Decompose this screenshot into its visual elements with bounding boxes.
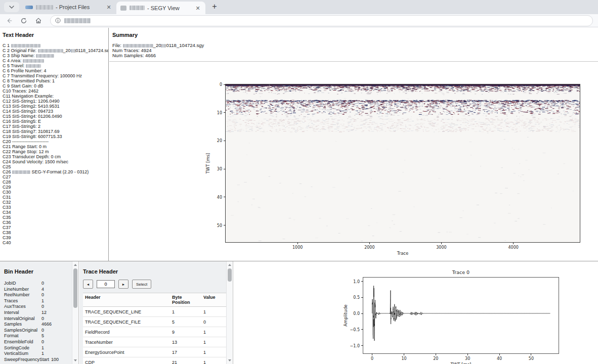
y-axis-label: TWT [ms] — [205, 160, 211, 166]
table-row: TraceNumber131 — [83, 337, 226, 347]
text-header-line: C33 — [3, 205, 107, 210]
text-header-line: C25 — [3, 164, 107, 169]
trace-header-panel: Trace Header ◄ ► Select HeaderByte Posit… — [79, 261, 233, 364]
y-tick-label: 30 — [217, 167, 222, 171]
table-cell: 1 — [170, 309, 201, 314]
redacted-text — [23, 59, 44, 63]
trace-header-scrollbar[interactable] — [226, 261, 233, 364]
table-cell: 1 — [201, 360, 226, 364]
scroll-down-icon[interactable] — [227, 357, 233, 363]
table-cell: FieldRecord — [83, 330, 170, 335]
scroll-up-icon[interactable] — [227, 262, 233, 268]
x-tick-label: 4000 — [506, 245, 521, 250]
redacted-text — [161, 44, 166, 48]
y-tick — [224, 84, 226, 85]
x-tick — [369, 242, 370, 244]
bin-header-panel: Bin Header JobID0LineNumber4ReelNumber0T… — [0, 261, 79, 364]
scrollbar-thumb[interactable] — [228, 268, 232, 282]
text-header-line: C38 — [3, 230, 107, 235]
text-header-line: C24 Sound Velocity: 1500 m/sec — [3, 159, 107, 164]
x-axis-label: TWT [ms] — [363, 362, 559, 364]
y-tick-label: 0.0 — [353, 311, 360, 316]
text-header-line: C 6 Profile Number: 4 — [3, 68, 107, 73]
redacted-text — [11, 44, 40, 48]
y-tick — [224, 141, 226, 141]
tab-project-files[interactable]: - Project Files ✕ — [21, 0, 116, 14]
text-header-lines: C 1 C 2 Original File: _200118_104724.se… — [3, 43, 107, 245]
text-header-line: C28 — [3, 179, 107, 185]
trace-header-title: Trace Header — [83, 268, 118, 275]
tab-close-icon[interactable]: ✕ — [105, 4, 112, 11]
text-header-line: C40 — [3, 240, 107, 245]
trace-plot-panel: 1.00.50.0−0.5−1.001020304050TWT [ms]Ampl… — [234, 261, 598, 364]
text-header-line: C35 — [3, 215, 107, 220]
text-header-line: C 5 Travel: — [3, 63, 107, 68]
text-header-line: C 9 Start Gain: 0 dB — [3, 83, 107, 88]
select-trace-button[interactable]: Select — [132, 280, 151, 289]
scrollbar-thumb[interactable] — [73, 268, 77, 308]
text-header-line: C 7 Transmitted Frequency: 100000 Hz — [3, 73, 107, 78]
text-header-line: C34 — [3, 210, 107, 215]
bin-header-title: Bin Header — [4, 268, 33, 275]
tab-close-icon[interactable]: ✕ — [194, 5, 201, 12]
previous-trace-button[interactable]: ◄ — [83, 280, 93, 289]
next-trace-button[interactable]: ► — [118, 280, 129, 289]
table-cell: 21 — [170, 360, 201, 364]
redacted-text — [26, 64, 41, 68]
text-header-line: C20 ------------------------ — [3, 139, 107, 144]
bin-header-row: SamplesOriginal0 — [4, 328, 70, 334]
x-tick — [513, 242, 514, 244]
address-bar[interactable] — [50, 15, 593, 26]
text-header-line: C29 — [3, 185, 107, 190]
y-tick-label: 10 — [217, 111, 222, 115]
x-tick — [297, 242, 298, 244]
chevron-down-icon — [9, 6, 14, 9]
scroll-down-icon[interactable] — [72, 357, 78, 363]
y-tick — [361, 297, 363, 298]
bin-header-row: VerticalSum1 — [4, 351, 70, 357]
bin-header-row: JobID0 — [4, 281, 70, 287]
tab-title: - Project Files — [56, 4, 105, 10]
redacted-text — [36, 5, 53, 10]
table-body: TRACE_SEQUENCE_LINE11TRACE_SEQUENCE_FILE… — [83, 307, 226, 364]
trace-waveform — [363, 278, 559, 353]
bin-header-row: AuxTraces0 — [4, 304, 70, 310]
back-button[interactable] — [5, 17, 13, 25]
x-tick-label: 0 — [365, 356, 380, 361]
text-header-line: C19 SIS-String8: 6007715.33 — [3, 134, 107, 139]
trace-index-input[interactable] — [97, 280, 115, 288]
y-tick-label: 40 — [217, 195, 222, 200]
summary-panel: Summary File: _200118_104724.sgy Num Tra… — [109, 28, 598, 62]
y-tick — [224, 169, 226, 169]
x-tick-label: 30 — [460, 356, 475, 361]
x-tick-label: 20 — [428, 356, 443, 361]
text-header-line: C30 — [3, 190, 107, 195]
x-tick — [436, 353, 436, 355]
y-tick-label: 50 — [217, 223, 222, 228]
bottom-section: Bin Header JobID0LineNumber4ReelNumber0T… — [0, 261, 598, 364]
table-cell: 1 — [201, 350, 226, 355]
bin-header-row: LineNumber4 — [4, 287, 70, 293]
reload-button[interactable] — [20, 17, 28, 25]
column-header: Value — [201, 293, 226, 306]
y-tick — [361, 313, 363, 314]
x-tick-label: 50 — [524, 356, 539, 361]
tab-segy-view[interactable]: - SEGY View ✕ — [116, 2, 205, 14]
bin-header-row: SweepFrequencyStart100 — [4, 357, 70, 363]
column-header: Byte Position — [170, 293, 201, 306]
x-tick-label: 10 — [396, 356, 411, 361]
table-cell: 1 — [201, 309, 226, 314]
tab-search-button[interactable] — [4, 2, 19, 12]
home-button[interactable] — [34, 17, 42, 25]
table-cell: TRACE_SEQUENCE_LINE — [83, 309, 170, 314]
bin-header-scrollbar[interactable] — [72, 261, 78, 364]
new-tab-button[interactable]: + — [208, 1, 221, 13]
table-cell: TRACE_SEQUENCE_FILE — [83, 320, 170, 325]
y-tick-label: −1.0 — [350, 344, 360, 348]
text-header-line: C32 — [3, 200, 107, 205]
x-axis-label: Trace — [226, 251, 580, 256]
table-cell: TraceNumber — [83, 340, 170, 345]
text-header-line: C13 SIS-String2: 5410.9531 — [3, 104, 107, 109]
scroll-up-icon[interactable] — [72, 262, 78, 268]
segy-view-page: Text Header C 1 C 2 Original File: _2001… — [0, 28, 598, 364]
